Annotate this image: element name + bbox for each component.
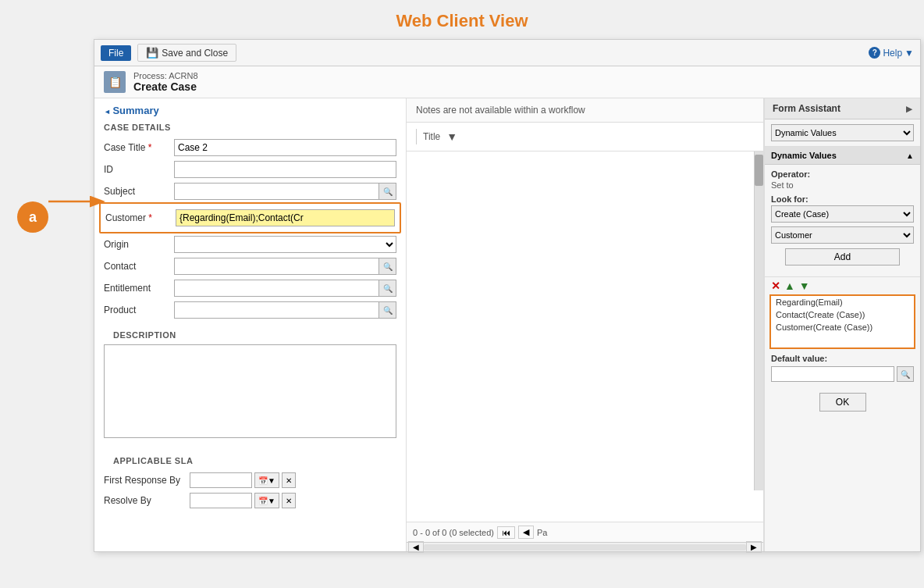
product-input-wrapper: 🔍: [174, 301, 396, 319]
first-response-label: First Response By: [104, 475, 190, 486]
subject-label: Subject: [104, 186, 174, 197]
product-label: Product: [104, 305, 174, 315]
resolve-by-input[interactable]: [190, 493, 252, 508]
first-response-calendar-btn[interactable]: 📅▼: [254, 472, 279, 488]
values-toolbar: ✕ ▲ ▼: [765, 276, 920, 294]
form-assistant-expand-icon[interactable]: ▶: [906, 105, 912, 113]
middle-panel: Notes are not available within a workflo…: [407, 98, 764, 551]
move-up-button[interactable]: ▲: [784, 280, 795, 292]
look-for-label: Look for:: [771, 194, 914, 204]
first-response-row: First Response By 📅▼ ✕: [104, 470, 396, 490]
list-item[interactable]: Regarding(Email): [771, 296, 914, 308]
customer-input[interactable]: [176, 209, 395, 226]
page-title: Web Client View: [0, 0, 924, 39]
product-lookup-icon[interactable]: 🔍: [378, 302, 396, 318]
subject-row: Subject 🔍: [94, 180, 406, 202]
description-header: DESCRIPTION: [104, 327, 396, 344]
id-row: ID: [94, 159, 406, 180]
list-item[interactable]: Customer(Create (Case)): [771, 321, 914, 333]
entitlement-lookup-icon[interactable]: 🔍: [378, 280, 396, 296]
contact-row: Contact 🔍: [94, 255, 406, 277]
process-label: Process: ACRN8: [133, 71, 198, 80]
origin-row: Origin: [94, 233, 406, 255]
operator-section: Operator: Set to Look for: Create (Case)…: [765, 165, 920, 276]
bottom-scrollbar[interactable]: ◀ ▶: [407, 542, 763, 551]
summary-link[interactable]: Summary: [104, 105, 159, 116]
subject-lookup-icon[interactable]: 🔍: [378, 184, 396, 199]
scroll-left-btn[interactable]: ◀: [408, 541, 424, 553]
form-assistant-select[interactable]: Dynamic Values: [771, 124, 914, 141]
annotation-a-circle: a: [17, 201, 48, 233]
h-scrollbar-track: [424, 544, 746, 551]
default-value-lookup-icon[interactable]: 🔍: [897, 366, 914, 382]
content-area: Summary CASE DETAILS Case Title ID Subje…: [94, 98, 920, 551]
resolve-by-clear-btn[interactable]: ✕: [282, 493, 296, 508]
dynamic-values-select-section: Dynamic Values: [765, 119, 920, 147]
list-item[interactable]: Contact(Create (Case)): [771, 308, 914, 321]
process-name: Create Case: [133, 80, 198, 93]
dynamic-values-header: Dynamic Values ▲: [765, 147, 920, 165]
process-bar: 📋 Process: ACRN8 Create Case: [94, 66, 920, 98]
add-button[interactable]: Add: [785, 248, 899, 265]
notes-banner: Notes are not available within a workflo…: [407, 98, 763, 123]
sla-header: APPLICABLE SLA: [104, 453, 396, 470]
grid-area: [407, 151, 763, 522]
case-details-header: CASE DETAILS: [94, 119, 406, 137]
customer-type-select[interactable]: Customer: [771, 226, 914, 244]
customer-label: Customer: [105, 212, 176, 223]
id-label: ID: [104, 164, 174, 175]
ok-button[interactable]: OK: [819, 393, 866, 412]
entitlement-input[interactable]: [175, 280, 378, 296]
case-title-input[interactable]: [174, 139, 396, 156]
help-dropdown-icon: ▼: [904, 48, 914, 59]
grid-first-btn[interactable]: ⏮: [497, 526, 515, 539]
title-label: Title: [423, 131, 440, 142]
customer-highlight-box: Customer: [99, 202, 401, 233]
save-close-button[interactable]: 💾 Save and Close: [137, 44, 236, 62]
product-row: Product 🔍: [94, 299, 406, 321]
first-response-clear-btn[interactable]: ✕: [282, 472, 296, 488]
dynamic-values-label: Dynamic Values: [771, 151, 837, 160]
grid-prev-btn[interactable]: ◀: [518, 526, 534, 539]
first-response-inputs: 📅▼ ✕: [190, 472, 296, 488]
default-input-row: 🔍: [771, 366, 914, 382]
look-for-select[interactable]: Create (Case): [771, 205, 914, 223]
grid-footer: 0 - 0 of 0 (0 selected) ⏮ ◀ Pa: [407, 522, 763, 542]
customer-row: Customer: [105, 207, 395, 229]
grid-count: 0 - 0 of 0 (0 selected): [413, 528, 494, 537]
move-down-button[interactable]: ▼: [799, 280, 810, 292]
entitlement-input-wrapper: 🔍: [174, 280, 396, 297]
process-icon: 📋: [104, 71, 126, 93]
toolbar: File 💾 Save and Close ? Help ▼: [94, 40, 920, 66]
scroll-right-btn[interactable]: ▶: [746, 541, 762, 553]
grid-scrollbar[interactable]: [754, 151, 763, 490]
origin-select[interactable]: [175, 237, 396, 252]
case-title-label: Case Title: [104, 142, 174, 153]
subject-input[interactable]: [175, 184, 378, 199]
contact-lookup-icon[interactable]: 🔍: [378, 258, 396, 274]
default-value-input[interactable]: [771, 366, 894, 382]
product-input[interactable]: [175, 302, 378, 318]
subject-input-wrapper: 🔍: [174, 183, 396, 200]
help-button[interactable]: ? Help ▼: [869, 47, 914, 59]
case-title-row: Case Title: [94, 137, 406, 159]
delete-value-button[interactable]: ✕: [771, 280, 780, 292]
contact-label: Contact: [104, 261, 174, 272]
default-value-section: Default value: 🔍: [765, 349, 920, 387]
resolve-by-calendar-btn[interactable]: 📅▼: [254, 493, 279, 508]
dynamic-values-collapse-icon[interactable]: ▲: [906, 151, 914, 160]
id-input[interactable]: [174, 161, 396, 178]
first-response-input[interactable]: [190, 472, 252, 488]
save-icon: 💾: [146, 47, 158, 59]
resolve-by-inputs: 📅▼ ✕: [190, 493, 296, 508]
values-list-box: Regarding(Email) Contact(Create (Case)) …: [769, 294, 915, 349]
entitlement-label: Entitlement: [104, 283, 174, 294]
description-textarea[interactable]: [104, 344, 396, 438]
contact-input[interactable]: [175, 258, 378, 274]
filter-icon[interactable]: ▼: [446, 130, 457, 143]
form-assistant-header: Form Assistant ▶: [765, 98, 920, 119]
entitlement-row: Entitlement 🔍: [94, 277, 406, 299]
file-button[interactable]: File: [101, 45, 131, 61]
contact-input-wrapper: 🔍: [174, 258, 396, 275]
operator-value: Set to: [771, 180, 914, 190]
